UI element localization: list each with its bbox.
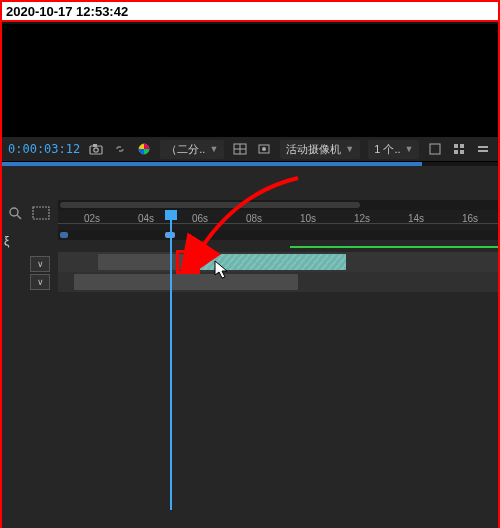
cached-frames-indicator xyxy=(290,246,498,248)
svg-rect-12 xyxy=(454,150,458,154)
ruler-baseline xyxy=(58,223,498,230)
box-icon[interactable] xyxy=(427,141,443,157)
svg-point-2 xyxy=(94,148,98,152)
overlay-timestamp: 2020-10-17 12:53:42 xyxy=(2,2,498,22)
region-icon[interactable] xyxy=(30,204,52,222)
viewer-toolbar: 0:00:03:12 （二分.. ▼ 活动摄像机 ▼ 1 个.. ▼ xyxy=(2,136,498,162)
svg-rect-15 xyxy=(478,150,488,152)
layer-track-2[interactable] xyxy=(58,272,498,292)
playhead-cap[interactable] xyxy=(165,210,177,220)
panel-gap xyxy=(2,166,498,200)
axis-label: ξ xyxy=(4,234,9,248)
chevron-down-icon: ▼ xyxy=(345,144,354,154)
chevron-down-icon: ▼ xyxy=(405,144,414,154)
svg-point-8 xyxy=(262,147,266,151)
settings-icon[interactable] xyxy=(475,141,491,157)
time-ruler[interactable]: 02s 04s 06s 08s 10s 12s 14s 16s xyxy=(58,210,498,230)
guides-icon[interactable] xyxy=(232,141,248,157)
svg-rect-13 xyxy=(460,150,464,154)
work-area-bar[interactable] xyxy=(58,230,498,240)
svg-point-16 xyxy=(10,208,18,216)
search-icon[interactable] xyxy=(6,204,24,222)
zoom-thumb[interactable] xyxy=(60,202,360,208)
camera-icon[interactable] xyxy=(88,141,104,157)
mask-icon[interactable] xyxy=(256,141,272,157)
preview-viewport[interactable] xyxy=(2,24,498,136)
layer-track-1[interactable] xyxy=(58,252,498,272)
annotation-highlight-box xyxy=(176,250,200,274)
svg-rect-18 xyxy=(33,207,49,219)
grid-icon[interactable] xyxy=(451,141,467,157)
current-timecode[interactable]: 0:00:03:12 xyxy=(8,142,80,156)
clip-layer-2[interactable] xyxy=(74,274,298,290)
timeline-left-column: ξ ∨ ∨ xyxy=(2,200,58,528)
layer-expand-2[interactable]: ∨ xyxy=(30,274,50,290)
timeline-zoom-bar[interactable] xyxy=(58,200,498,210)
link-icon[interactable] xyxy=(112,141,128,157)
timeline-panel: 02s 04s 06s 08s 10s 12s 14s 16s xyxy=(58,200,498,528)
color-wheel-icon[interactable] xyxy=(136,141,152,157)
svg-rect-9 xyxy=(430,144,440,154)
svg-rect-1 xyxy=(93,144,97,147)
svg-rect-10 xyxy=(454,144,458,148)
camera-label: 活动摄像机 xyxy=(286,142,341,157)
resolution-dropdown[interactable]: （二分.. ▼ xyxy=(160,140,224,159)
views-dropdown[interactable]: 1 个.. ▼ xyxy=(368,140,419,159)
work-area-start[interactable] xyxy=(60,232,68,238)
svg-rect-0 xyxy=(90,146,102,154)
resolution-label: （二分.. xyxy=(166,142,205,157)
playhead[interactable] xyxy=(170,210,172,510)
mouse-cursor xyxy=(214,260,232,280)
svg-line-17 xyxy=(17,215,21,219)
chevron-down-icon: ▼ xyxy=(209,144,218,154)
camera-dropdown[interactable]: 活动摄像机 ▼ xyxy=(280,140,360,159)
svg-rect-11 xyxy=(460,144,464,148)
layer-expand-1[interactable]: ∨ xyxy=(30,256,50,272)
svg-rect-14 xyxy=(478,146,488,148)
views-label: 1 个.. xyxy=(374,142,400,157)
